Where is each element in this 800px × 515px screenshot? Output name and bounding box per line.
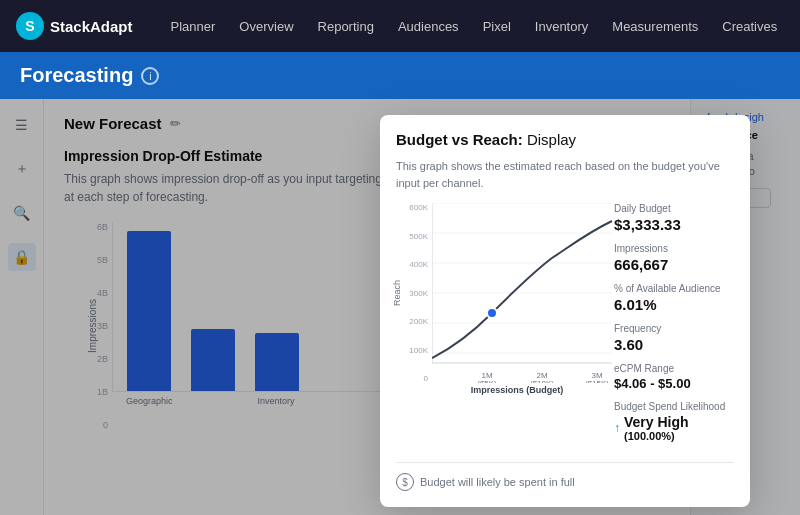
svg-text:($5K): ($5K) bbox=[477, 379, 497, 383]
stat-ecpm: eCPM Range $4.06 - $5.00 bbox=[614, 363, 734, 391]
stat-daily-budget: Daily Budget $3,333.33 bbox=[614, 203, 734, 233]
arrow-up-icon: ↑ bbox=[614, 421, 620, 435]
page-title-bar: Forecasting i bbox=[0, 52, 800, 99]
nav-creatives[interactable]: Creatives bbox=[712, 13, 787, 40]
modal-subtitle: This graph shows the estimated reach bas… bbox=[396, 158, 734, 191]
top-navigation: S StackAdapt Planner Overview Reporting … bbox=[0, 0, 800, 52]
stat-budget-spend: Budget Spend Likelihood ↑ Very High (100… bbox=[614, 401, 734, 442]
line-chart-area: 600K 500K 400K 300K 200K 100K 0 Reach bbox=[396, 203, 602, 450]
main-content: ☰ ＋ 🔍 🔒 New Forecast ✏ Impression Drop-O… bbox=[0, 99, 800, 515]
nav-measurements[interactable]: Measurements bbox=[602, 13, 708, 40]
dollar-icon: $ bbox=[396, 473, 414, 491]
x-axis-label: Impressions (Budget) bbox=[432, 385, 602, 395]
info-icon[interactable]: i bbox=[141, 67, 159, 85]
page-title: Forecasting bbox=[20, 64, 133, 87]
modal-body: 600K 500K 400K 300K 200K 100K 0 Reach bbox=[396, 203, 734, 450]
budget-spend-value: ↑ Very High (100.00%) bbox=[614, 414, 734, 442]
nav-audiences[interactable]: Audiences bbox=[388, 13, 469, 40]
stat-frequency: Frequency 3.60 bbox=[614, 323, 734, 353]
line-chart-svg: 1M ($5K) 2M ($10K) 3M ($15K) bbox=[432, 203, 632, 383]
logo-icon: S bbox=[16, 12, 44, 40]
svg-text:($15K): ($15K) bbox=[585, 379, 609, 383]
nav-links: Planner Overview Reporting Audiences Pix… bbox=[161, 13, 788, 40]
nav-reporting[interactable]: Reporting bbox=[308, 13, 384, 40]
logo[interactable]: S StackAdapt bbox=[16, 12, 133, 40]
budget-reach-modal: Budget vs Reach: Display This graph show… bbox=[380, 115, 750, 507]
modal-footer: $ Budget will likely be spent in full bbox=[396, 462, 734, 491]
stat-impressions: Impressions 666,667 bbox=[614, 243, 734, 273]
svg-point-8 bbox=[487, 308, 497, 318]
svg-text:($10K): ($10K) bbox=[530, 379, 554, 383]
modal-title: Budget vs Reach: Display bbox=[396, 131, 576, 148]
stat-audience: % of Available Audience 6.01% bbox=[614, 283, 734, 313]
nav-inventory[interactable]: Inventory bbox=[525, 13, 598, 40]
logo-text: StackAdapt bbox=[50, 18, 133, 35]
line-chart-y-ticks: 600K 500K 400K 300K 200K 100K 0 bbox=[396, 203, 428, 383]
nav-overview[interactable]: Overview bbox=[229, 13, 303, 40]
nav-planner[interactable]: Planner bbox=[161, 13, 226, 40]
stats-area: Daily Budget $3,333.33 Impressions 666,6… bbox=[614, 203, 734, 450]
nav-pixel[interactable]: Pixel bbox=[473, 13, 521, 40]
